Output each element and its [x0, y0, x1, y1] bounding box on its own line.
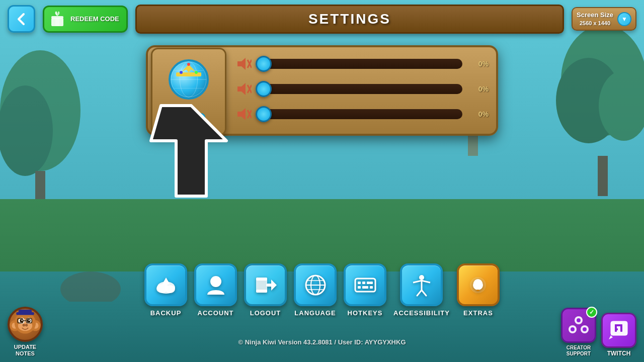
- svg-rect-13: [51, 16, 63, 19]
- twitch-icon-box[interactable]: [601, 313, 636, 348]
- svg-rect-52: [362, 282, 365, 284]
- extras-label: EXTRAS: [463, 309, 493, 317]
- svg-rect-95: [615, 324, 622, 326]
- svg-point-39: [210, 276, 221, 287]
- accessibility-icon: [409, 273, 434, 298]
- svg-marker-24: [237, 58, 246, 70]
- update-notes-label: UPDATENOTES: [14, 344, 36, 357]
- screen-size-button[interactable]: Screen Size 2560 x 1440 ▼: [572, 7, 636, 31]
- svg-rect-80: [19, 309, 32, 314]
- nav-item-hotkeys[interactable]: HOTKEYS: [344, 263, 386, 317]
- svg-point-22: [180, 71, 183, 74]
- nav-item-logout[interactable]: LOGOUT: [244, 263, 287, 317]
- extras-icon-box[interactable]: [457, 263, 500, 306]
- music-slider-value: 0%: [468, 60, 489, 68]
- svg-point-87: [577, 318, 581, 322]
- svg-point-7: [60, 272, 121, 302]
- svg-rect-97: [620, 328, 622, 330]
- svg-point-58: [419, 275, 424, 280]
- sfx-mute-icon: [233, 80, 252, 98]
- sfx-slider-value: 0%: [468, 85, 489, 93]
- svg-rect-96: [616, 328, 618, 330]
- creator-icon-svg: [568, 314, 590, 337]
- svg-rect-44: [256, 290, 267, 293]
- backup-icon-box[interactable]: [144, 263, 187, 306]
- header: Redeem Code SETTINGS Screen Size 2560 x …: [0, 0, 644, 38]
- twitch-button[interactable]: TWITCH: [601, 313, 636, 357]
- svg-rect-54: [358, 286, 361, 289]
- cloud-upload-icon: [153, 273, 179, 298]
- svg-marker-92: [609, 335, 613, 339]
- logout-icon-box[interactable]: [244, 263, 287, 306]
- title-bar: SETTINGS: [135, 5, 564, 34]
- monkey-avatar: [8, 307, 43, 342]
- creator-support-button[interactable]: ✓ CREATORSUPPORT: [561, 308, 596, 357]
- music-slider-row: 0%: [233, 55, 489, 73]
- ambient-slider-thumb[interactable]: [256, 106, 272, 122]
- svg-point-78: [25, 324, 28, 326]
- tree-left: [0, 30, 101, 206]
- svg-rect-53: [367, 282, 370, 284]
- nav-item-extras[interactable]: EXTRAS: [457, 263, 500, 317]
- svg-point-88: [571, 327, 575, 331]
- footer: © Ninja Kiwi Version 43.2.8081 / User ID…: [0, 322, 644, 362]
- sfx-slider-thumb[interactable]: [256, 81, 272, 97]
- ambient-mute-icon: [233, 105, 252, 123]
- account-label: ACCOUNT: [198, 309, 234, 317]
- svg-rect-12: [55, 18, 59, 26]
- hotkeys-label: HOTKEYS: [348, 309, 383, 317]
- nav-item-accessibility[interactable]: ACCESSIBILITY: [393, 263, 450, 317]
- ambient-slider-value: 0%: [468, 110, 489, 118]
- svg-marker-27: [237, 83, 246, 95]
- svg-rect-90: [611, 321, 627, 335]
- twitch-label: TWITCH: [607, 350, 631, 357]
- ambient-slider-track[interactable]: [258, 109, 462, 119]
- creator-checkmark: ✓: [586, 307, 597, 318]
- redeem-label: Redeem Code: [70, 15, 119, 23]
- rock-left: [60, 266, 121, 302]
- sfx-slider-row: 0%: [233, 80, 489, 98]
- ambient-slider-row: 0%: [233, 105, 489, 123]
- creator-support-label: CREATORSUPPORT: [567, 345, 591, 357]
- svg-marker-30: [237, 108, 246, 120]
- back-button[interactable]: [8, 5, 35, 33]
- logout-label: LOGOUT: [250, 309, 281, 317]
- svg-rect-50: [355, 279, 375, 292]
- svg-point-89: [583, 327, 587, 331]
- crown-icon: [174, 62, 204, 77]
- twitch-icon-svg: [608, 319, 630, 342]
- svg-rect-63: [476, 288, 480, 290]
- enable-button[interactable]: Enable: [172, 113, 205, 125]
- svg-rect-55: [362, 286, 368, 289]
- copyright-text: © Ninja Kiwi Version 43.2.8081 / User ID…: [238, 338, 406, 346]
- music-mute-icon: [233, 55, 252, 73]
- svg-point-1: [0, 85, 53, 176]
- update-notes-button[interactable]: UPDATENOTES: [8, 307, 43, 357]
- svg-marker-42: [271, 280, 277, 291]
- language-icon-box[interactable]: [294, 263, 337, 306]
- svg-rect-64: [476, 290, 479, 291]
- bottom-navigation: BACKUP ACCOUNT LOGOUT: [144, 263, 500, 317]
- svg-rect-56: [370, 286, 373, 289]
- account-icon-box[interactable]: [194, 263, 237, 306]
- hotkeys-icon-box[interactable]: [344, 263, 386, 306]
- svg-point-77: [23, 324, 25, 326]
- dropdown-arrow[interactable]: ▼: [617, 12, 631, 26]
- extras-icon: [465, 273, 491, 298]
- music-slider-track[interactable]: [258, 59, 462, 69]
- redeem-code-button[interactable]: Redeem Code: [43, 6, 128, 33]
- nav-item-account[interactable]: ACCOUNT: [194, 263, 237, 317]
- back-icon: [14, 11, 30, 27]
- nav-item-backup[interactable]: BACKUP: [144, 263, 187, 317]
- svg-point-76: [29, 319, 30, 321]
- music-slider-thumb[interactable]: [256, 56, 272, 72]
- accessibility-icon-box[interactable]: [400, 263, 443, 306]
- svg-point-62: [473, 279, 482, 288]
- language-label: LANGUAGE: [294, 309, 336, 317]
- nav-item-language[interactable]: LANGUAGE: [294, 263, 337, 317]
- page-title: SETTINGS: [308, 11, 391, 27]
- sfx-slider-track[interactable]: [258, 84, 462, 94]
- creator-icon-box[interactable]: ✓: [561, 308, 596, 343]
- gift-icon: [48, 10, 66, 28]
- accessibility-label: ACCESSIBILITY: [393, 309, 450, 317]
